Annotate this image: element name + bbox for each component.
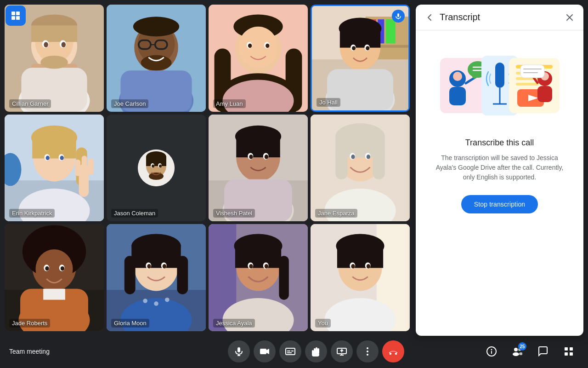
svg-point-137 [165,298,170,302]
svg-point-26 [141,55,172,70]
svg-point-135 [143,299,147,304]
svg-rect-104 [373,146,384,179]
participant-name-jessica: Jessica Ayala [213,319,255,328]
video-tile-jade: Jade Roberts [5,224,104,331]
camera-button[interactable] [254,340,276,362]
apps-button[interactable] [559,341,579,362]
participant-name-jo: Jo Hall [317,98,340,107]
svg-rect-1 [16,12,20,15]
toolbar-right: 25 [481,341,579,362]
svg-rect-0 [11,12,15,15]
svg-rect-194 [570,352,573,356]
transcribe-title: Transcribe this call [465,138,534,148]
jason-avatar [138,150,175,186]
svg-rect-73 [82,155,87,175]
video-tile-jessica: Jessica Ayala [209,224,308,331]
svg-rect-103 [335,146,347,179]
video-grid: Cillian Garner Joe Carlson [5,5,410,331]
svg-rect-161 [237,347,240,352]
chat-button[interactable] [533,341,553,362]
info-button[interactable] [481,341,502,362]
svg-rect-193 [565,352,568,356]
participant-name-cillian: Cillian Garner [9,99,51,108]
svg-point-107 [351,155,355,159]
svg-rect-57 [397,13,399,17]
svg-point-121 [61,266,64,271]
svg-point-149 [265,264,268,269]
svg-point-134 [163,264,166,269]
svg-rect-171 [316,347,317,354]
toolbar: Team meeting [0,335,413,368]
illustration-area [427,44,572,127]
close-panel-button[interactable] [565,13,574,22]
transcript-panel: Transcript [416,5,583,336]
svg-rect-2 [11,16,15,20]
svg-point-39 [266,44,269,48]
svg-point-27 [133,17,179,36]
back-button[interactable] [425,13,434,22]
svg-point-95 [265,155,268,159]
present-button[interactable] [331,340,353,362]
active-speaker-mic [392,10,405,23]
video-tile-vishesh: Vishesh Patel [209,115,308,222]
svg-point-201 [453,72,462,81]
svg-point-38 [248,44,252,48]
video-tile-joe: Joe Carlson [107,5,206,112]
participant-name-vishesh: Vishesh Patel [213,209,255,218]
participant-name-jade: Jade Roberts [9,319,50,328]
participant-name-jason: Jason Coleman [111,209,158,218]
end-call-button[interactable] [382,340,404,362]
captions-button[interactable] [279,340,301,362]
svg-point-108 [367,155,370,159]
svg-rect-66 [32,136,76,158]
stop-transcription-button[interactable]: Stop transcription [461,195,538,213]
svg-point-180 [367,351,368,352]
video-tile-jane: Jane Esparza [311,115,410,222]
panel-content: Transcribe this call The transcription w… [416,30,583,336]
people-button[interactable]: 25 [507,341,527,362]
raise-hand-button[interactable] [305,340,327,362]
svg-point-186 [491,349,492,351]
svg-point-203 [472,74,477,79]
svg-point-83 [152,164,154,167]
svg-point-136 [154,302,158,306]
video-tile-gloria: Gloria Moon [107,224,206,331]
svg-point-181 [367,354,368,356]
svg-rect-145 [279,256,288,300]
svg-marker-165 [266,349,269,354]
svg-point-133 [147,264,151,269]
svg-rect-3 [16,16,20,20]
svg-point-10 [40,56,68,69]
svg-rect-74 [88,158,94,175]
svg-rect-130 [124,256,136,295]
participant-name-jane: Jane Esparza [315,209,357,218]
svg-point-71 [60,155,64,160]
svg-rect-129 [177,256,188,295]
svg-rect-75 [75,159,80,176]
svg-point-190 [519,352,522,355]
video-tile-amy: Amy Luan [209,5,308,112]
participant-name-gloria: Gloria Moon [111,319,149,328]
svg-rect-207 [495,63,504,88]
svg-point-160 [367,264,370,269]
svg-point-84 [159,164,162,167]
svg-rect-191 [565,347,568,351]
svg-point-94 [249,155,253,159]
app-icon [6,6,26,26]
svg-point-16 [62,42,66,47]
svg-rect-221 [520,65,544,78]
more-options-button[interactable] [356,340,379,362]
video-tile-jo: Jo Hall [311,5,410,112]
svg-point-187 [514,348,518,351]
mic-button[interactable] [228,340,250,362]
video-tile-you: You [311,224,410,331]
svg-rect-199 [449,87,466,105]
svg-point-70 [46,155,50,160]
participant-name-amy: Amy Luan [213,99,246,108]
svg-point-34 [238,27,278,69]
svg-rect-192 [570,347,573,351]
svg-rect-183 [395,352,397,355]
svg-rect-117 [43,289,65,300]
svg-rect-182 [389,352,391,355]
svg-point-179 [367,347,368,349]
